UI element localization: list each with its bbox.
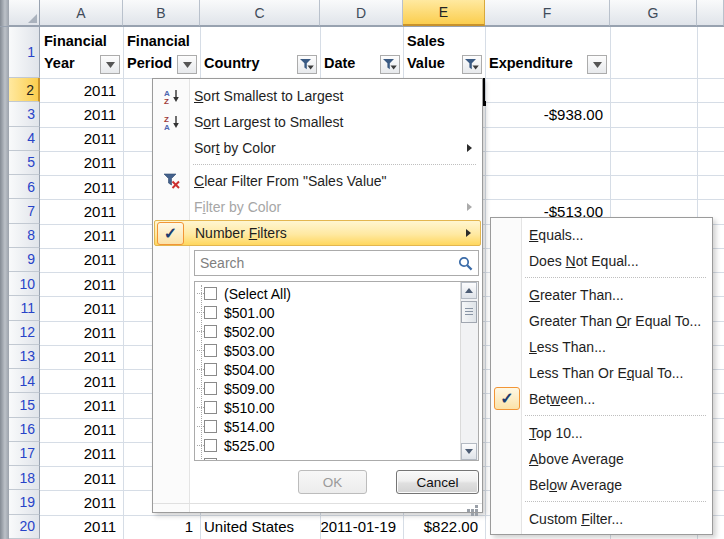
col-header-a[interactable]: A <box>40 0 123 26</box>
checkbox-partial[interactable] <box>204 458 217 461</box>
submenu-item-greater-than[interactable]: Greater Than... <box>492 282 711 308</box>
scroll-up-button[interactable] <box>461 282 477 299</box>
row-header-12[interactable]: 12 <box>9 321 40 345</box>
cell-A9[interactable]: 2011 <box>40 248 123 272</box>
cell-A8[interactable]: 2011 <box>40 224 123 248</box>
cell-A2[interactable]: 2011 <box>40 78 123 102</box>
filter-dropdown-button[interactable] <box>587 55 607 74</box>
row-header-9[interactable]: 9 <box>9 248 40 272</box>
filter-value-item[interactable]: $504.00 <box>197 360 460 379</box>
list-scrollbar[interactable] <box>460 282 478 460</box>
checkbox-select-all[interactable] <box>204 287 217 300</box>
cell-A6[interactable]: 2011 <box>40 175 123 199</box>
cell-C20[interactable]: United States <box>200 515 320 539</box>
col-header-g[interactable]: G <box>610 0 697 26</box>
checkbox-510-00[interactable] <box>204 401 217 414</box>
row-header-5[interactable]: 5 <box>9 151 40 175</box>
cell-A18[interactable]: 2011 <box>40 466 123 490</box>
row-header-15[interactable]: 15 <box>9 393 40 417</box>
cell-A11[interactable]: 2011 <box>40 296 123 320</box>
cell-A7[interactable]: 2011 <box>40 199 123 223</box>
row-header-7[interactable]: 7 <box>9 199 40 223</box>
submenu-item-below-average[interactable]: Below Average <box>492 472 711 498</box>
submenu-item-greater-than-or-equal-to[interactable]: Greater Than Or Equal To... <box>492 308 711 334</box>
row-header-11[interactable]: 11 <box>9 296 40 320</box>
row-header-3[interactable]: 3 <box>9 102 40 126</box>
col-header-c[interactable]: C <box>200 0 320 26</box>
submenu-item-equals[interactable]: Equals... <box>492 222 711 248</box>
row-header-1[interactable]: 1 <box>9 26 40 78</box>
header-cell-country[interactable]: Country <box>200 26 320 78</box>
checkbox-504-00[interactable] <box>204 363 217 376</box>
submenu-item-does-not-equal[interactable]: Does Not Equal... <box>492 248 711 274</box>
cell-A20[interactable]: 2011 <box>40 515 123 539</box>
cell-A15[interactable]: 2011 <box>40 393 123 417</box>
checkbox-502-00[interactable] <box>204 325 217 338</box>
row-header-13[interactable]: 13 <box>9 345 40 369</box>
resize-grip-icon[interactable] <box>467 505 479 515</box>
row-header-10[interactable]: 10 <box>9 272 40 296</box>
cancel-button[interactable]: Cancel <box>396 470 479 494</box>
row-header-20[interactable]: 20 <box>9 515 40 539</box>
scroll-down-button[interactable] <box>461 443 477 460</box>
submenu-item-less-than-or-equal-to[interactable]: Less Than Or Equal To... <box>492 360 711 386</box>
row-header-6[interactable]: 6 <box>9 175 40 199</box>
filter-value-item[interactable]: $525.00 <box>197 436 460 455</box>
row-header-2[interactable]: 2 <box>9 78 40 102</box>
cell-A13[interactable]: 2011 <box>40 345 123 369</box>
col-header-b[interactable]: B <box>123 0 200 26</box>
submenu-item-above-average[interactable]: Above Average <box>492 446 711 472</box>
checkbox-514-00[interactable] <box>204 420 217 433</box>
row-header-16[interactable]: 16 <box>9 418 40 442</box>
menu-item-clear-filter-from-sales-value[interactable]: Clear Filter From "Sales Value" <box>154 168 481 194</box>
filter-value-item[interactable]: $503.00 <box>197 341 460 360</box>
col-header-e[interactable]: E <box>403 0 485 26</box>
col-header-f[interactable]: F <box>485 0 610 26</box>
filter-value-item[interactable]: $510.00 <box>197 398 460 417</box>
cell-A12[interactable]: 2011 <box>40 321 123 345</box>
select-all-corner[interactable] <box>9 0 40 26</box>
row-header-17[interactable]: 17 <box>9 442 40 466</box>
row-header-18[interactable]: 18 <box>9 466 40 490</box>
search-input[interactable] <box>195 251 478 275</box>
cell-A5[interactable]: 2011 <box>40 151 123 175</box>
row-header-8[interactable]: 8 <box>9 224 40 248</box>
row-header-4[interactable]: 4 <box>9 127 40 151</box>
row-header-14[interactable]: 14 <box>9 369 40 393</box>
header-cell-sales-value[interactable]: Sales Value <box>403 26 485 78</box>
checkbox-503-00[interactable] <box>204 344 217 357</box>
menu-item-sort-smallest-to-largest[interactable]: AZSort Smallest to Largest <box>154 83 481 109</box>
cell-A3[interactable]: 2011 <box>40 102 123 126</box>
menu-item-sort-largest-to-smallest[interactable]: ZASort Largest to Smallest <box>154 109 481 135</box>
menu-item-number-filters[interactable]: ✓Number Filters <box>154 220 481 246</box>
filter-value-item[interactable]: $509.00 <box>197 379 460 398</box>
cell-A17[interactable]: 2011 <box>40 442 123 466</box>
cell-B20[interactable]: 1 <box>123 515 200 539</box>
filter-value-item[interactable]: $502.00 <box>197 322 460 341</box>
scrollbar-thumb[interactable] <box>461 301 477 323</box>
filter-value-item[interactable]: $514.00 <box>197 417 460 436</box>
filter-dropdown-button[interactable] <box>100 55 120 74</box>
cell-A19[interactable]: 2011 <box>40 490 123 514</box>
filter-applied-button[interactable] <box>462 55 482 74</box>
submenu-item-between[interactable]: ✓Between... <box>492 386 711 412</box>
filter-value-item-partial[interactable] <box>197 455 460 461</box>
submenu-item-less-than[interactable]: Less Than... <box>492 334 711 360</box>
cell-A16[interactable]: 2011 <box>40 418 123 442</box>
cell-A14[interactable]: 2011 <box>40 369 123 393</box>
cell-A10[interactable]: 2011 <box>40 272 123 296</box>
menu-item-sort-by-color[interactable]: Sort by Color <box>154 135 481 161</box>
cell-F3[interactable]: -$938.00 <box>485 102 610 126</box>
checkbox-525-00[interactable] <box>204 439 217 452</box>
row-header-19[interactable]: 19 <box>9 490 40 514</box>
submenu-item-top-10[interactable]: Top 10... <box>492 420 711 446</box>
filter-applied-button[interactable] <box>297 55 317 74</box>
cell-A4[interactable]: 2011 <box>40 127 123 151</box>
header-cell-date[interactable]: Date <box>320 26 403 78</box>
filter-applied-button[interactable] <box>380 55 400 74</box>
checkbox-509-00[interactable] <box>204 382 217 395</box>
header-cell-financial-period[interactable]: Financial Period <box>123 26 200 78</box>
submenu-item-custom-filter[interactable]: Custom Filter... <box>492 506 711 532</box>
col-header-d[interactable]: D <box>320 0 403 26</box>
header-cell-financial-year[interactable]: Financial Year <box>40 26 123 78</box>
